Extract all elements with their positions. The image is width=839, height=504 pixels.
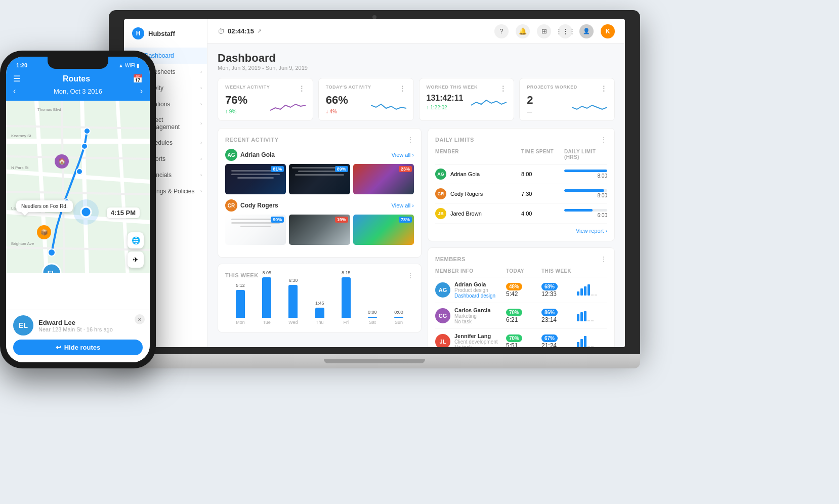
laptop-screen: H Hubstaff 🏠 Dashboard 🕐 Timesheets › 📈 <box>124 19 625 347</box>
apps-button[interactable]: ⊞ <box>537 24 551 38</box>
hamburger-icon[interactable]: ☰ <box>13 74 20 83</box>
bar-value-wed: 6:30 <box>289 278 298 283</box>
bar-label-mon: Mon <box>236 320 245 325</box>
bar-label-fri: Fri <box>344 320 349 325</box>
close-card-button[interactable]: ✕ <box>135 314 145 324</box>
expand-icon[interactable]: ↗ <box>257 28 262 34</box>
page-subtitle: Mon, Jun 3, 2019 - Sun, Jun 9, 2019 <box>218 65 615 71</box>
calendar-icon[interactable]: 📅 <box>133 74 143 83</box>
screenshot-2[interactable]: 89% <box>289 164 350 194</box>
map-tooltip: Needlers on Fox Rd. <box>16 200 73 212</box>
bar-sun: 0:00 Sun <box>394 310 403 325</box>
mini-bars-1 <box>577 284 607 296</box>
globe-btn[interactable]: 🌐 <box>128 232 144 248</box>
mini-bar-1-4 <box>588 284 590 296</box>
bar-col-sat <box>368 317 377 318</box>
bar-value-tue: 8:05 <box>262 270 271 275</box>
help-button[interactable]: ? <box>494 24 509 38</box>
members-menu[interactable]: ⋮ <box>600 255 607 263</box>
avatar-adrian: AG <box>225 149 237 161</box>
screenshot-3[interactable]: 23% <box>353 164 414 194</box>
prev-date-arrow[interactable]: ‹ <box>13 87 16 96</box>
bar-thu: 1:45 Thu <box>315 301 324 325</box>
hide-routes-label: Hide routes <box>64 344 101 351</box>
mini-bar-1-3 <box>584 286 586 296</box>
member-task-1: Dashboard design <box>454 293 495 299</box>
mini-bar-dot-2 <box>595 295 597 296</box>
phone-user-info: EL Edward Lee Near 123 Main St · 16 hrs … <box>13 315 143 335</box>
bar-label-wed: Wed <box>288 320 298 325</box>
phone-user-card: ✕ EL Edward Lee Near 123 Main St · 16 hr… <box>6 310 150 362</box>
phone-user-avatar: EL <box>13 315 33 335</box>
limits-card-header: DAILY LIMITS ⋮ <box>435 136 607 144</box>
screenshot-6[interactable]: 78% <box>353 215 414 245</box>
member-name-title-2: Carlos Garcia <box>454 307 491 313</box>
svg-point-12 <box>48 249 55 256</box>
avatar-limits-2: CR <box>435 188 446 199</box>
week-menu[interactable]: ⋮ <box>407 271 414 279</box>
bar-col-thu <box>315 308 324 318</box>
today-time-1: 5:42 <box>506 290 541 298</box>
screenshot-1[interactable]: 81% <box>225 164 286 194</box>
view-all-adrian[interactable]: View all › <box>392 152 414 158</box>
logo-icon: H <box>132 27 144 39</box>
member-avatar-2: CG <box>435 308 450 323</box>
main-content: ⏱ 02:44:15 ↗ ? 🔔 ⊞ ⋮⋮⋮ 👤 K <box>207 19 625 347</box>
top-nav: ⏱ 02:44:15 ↗ ? 🔔 ⊞ ⋮⋮⋮ 👤 K <box>207 19 625 44</box>
screenshots-row-2: 90% 19% 78% <box>225 215 414 245</box>
this-week-card: THIS WEEK ⋮ 5:12 Mon <box>218 264 422 332</box>
svg-text:Brighton Ave: Brighton Ave <box>11 241 34 246</box>
user-avatar[interactable]: 👤 <box>579 24 594 38</box>
today-time-3: 5:51 <box>506 342 541 348</box>
view-all-cody[interactable]: View all › <box>392 202 414 208</box>
week-badge-2: 86% <box>541 309 558 316</box>
progress-bg-1 <box>564 170 607 172</box>
hide-routes-button[interactable]: ↩ Hide routes <box>13 340 143 355</box>
grid-button[interactable]: ⋮⋮⋮ <box>558 24 572 38</box>
view-report-link[interactable]: View report › <box>435 224 607 234</box>
svg-text:Kearney St: Kearney St <box>11 134 31 138</box>
mini-bar-1-2 <box>580 288 583 296</box>
screenshot-4[interactable]: 90% <box>225 215 286 245</box>
week-time-2: 23:14 <box>541 316 577 323</box>
phone-date: Mon, Oct 3 2016 <box>54 88 102 95</box>
location-btn[interactable]: ✈ <box>128 251 144 268</box>
avatar-limits-3: JB <box>435 208 446 219</box>
sparkline-projects <box>572 100 607 114</box>
svg-text:🏠: 🏠 <box>58 157 66 165</box>
next-date-arrow[interactable]: › <box>140 87 143 96</box>
progress-fill-3 <box>564 209 593 212</box>
activity-menu[interactable]: ⋮ <box>407 136 414 144</box>
limits-menu[interactable]: ⋮ <box>600 136 607 144</box>
logo-text: Hubstaff <box>148 30 175 37</box>
members-col-today: Today <box>506 268 541 274</box>
mini-bar-2-1 <box>577 314 579 321</box>
limit-value-2: 8:00 <box>564 193 607 198</box>
screenshot-5[interactable]: 19% <box>289 215 350 245</box>
week-card-header: THIS WEEK ⋮ <box>225 271 414 279</box>
member-data-row-1: AG Adrian Goia Product design Dashboard … <box>435 277 607 303</box>
members-card-header: MEMBERS ⋮ <box>435 255 607 263</box>
progress-col-2: 8:00 <box>564 189 607 198</box>
today-menu[interactable]: ⋮ <box>399 85 406 93</box>
member-week-2: 86% 23:14 <box>541 309 577 323</box>
today-badge-2: 70% <box>506 309 522 316</box>
notifications-button[interactable]: 🔔 <box>516 24 530 38</box>
avatar-cody: CR <box>225 199 237 212</box>
mini-bar-1-1 <box>577 291 579 296</box>
projects-menu[interactable]: ⋮ <box>600 85 608 93</box>
stat-value-weekly: 76% <box>225 94 247 107</box>
nav-icons: ? 🔔 ⊞ ⋮⋮⋮ 👤 K <box>494 24 615 38</box>
view-report-arrow: › <box>605 228 607 234</box>
worked-menu[interactable]: ⋮ <box>499 85 507 93</box>
user-info-cody: CR Cody Rogers <box>225 199 278 212</box>
bar-fri: 8:15 Fri <box>342 270 351 325</box>
member-avatar-1: AG <box>435 282 450 298</box>
phone-title: Routes <box>63 74 90 83</box>
weekly-menu[interactable]: ⋮ <box>298 85 306 93</box>
mini-bar-2-2 <box>580 312 583 321</box>
account-avatar[interactable]: K <box>601 24 615 38</box>
progress-bg-2 <box>564 189 607 192</box>
progress-col-1: 8:00 <box>564 170 607 179</box>
limits-row-3: JB Jared Brown 4:00 6:0 <box>435 204 607 224</box>
